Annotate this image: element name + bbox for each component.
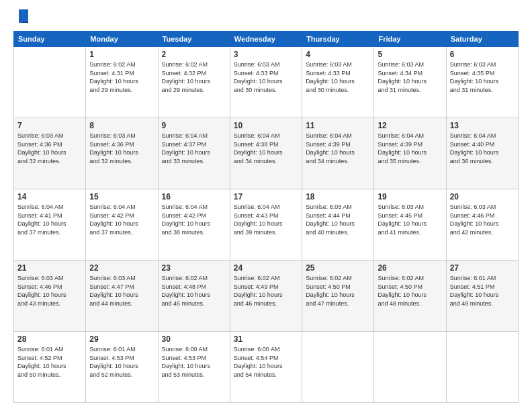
day-number: 30 xyxy=(162,334,226,344)
day-info: Sunrise: 6:01 AMSunset: 4:53 PMDaylight:… xyxy=(89,345,154,379)
day-number: 21 xyxy=(17,263,82,273)
calendar-body: 1Sunrise: 6:02 AMSunset: 4:31 PMDaylight… xyxy=(14,47,519,403)
header-day-sunday: Sunday xyxy=(14,32,86,47)
logo-icon xyxy=(16,8,30,24)
week-row-1: 1Sunrise: 6:02 AMSunset: 4:31 PMDaylight… xyxy=(14,47,519,118)
calendar-cell: 15Sunrise: 6:04 AMSunset: 4:42 PMDayligh… xyxy=(86,189,158,261)
day-info: Sunrise: 6:04 AMSunset: 4:40 PMDaylight:… xyxy=(450,132,515,165)
calendar-cell: 14Sunrise: 6:04 AMSunset: 4:41 PMDayligh… xyxy=(14,189,86,261)
day-number: 17 xyxy=(234,192,298,201)
day-number: 14 xyxy=(17,192,82,201)
calendar-cell: 21Sunrise: 6:03 AMSunset: 4:46 PMDayligh… xyxy=(14,261,86,332)
calendar-cell: 26Sunrise: 6:02 AMSunset: 4:50 PMDayligh… xyxy=(374,261,446,332)
day-info: Sunrise: 6:02 AMSunset: 4:50 PMDaylight:… xyxy=(378,274,442,308)
header-day-tuesday: Tuesday xyxy=(158,32,230,47)
day-number: 28 xyxy=(17,334,82,344)
header-day-friday: Friday xyxy=(374,32,446,47)
day-number: 16 xyxy=(162,192,226,201)
day-number: 20 xyxy=(450,192,515,201)
day-info: Sunrise: 6:01 AMSunset: 4:52 PMDaylight:… xyxy=(17,345,82,379)
day-number: 8 xyxy=(89,121,154,130)
day-number: 3 xyxy=(234,50,298,59)
day-number: 10 xyxy=(234,121,298,130)
day-number: 31 xyxy=(234,334,298,344)
day-info: Sunrise: 6:04 AMSunset: 4:42 PMDaylight:… xyxy=(89,203,154,236)
day-info: Sunrise: 6:03 AMSunset: 4:35 PMDaylight:… xyxy=(450,60,515,94)
calendar-cell: 4Sunrise: 6:03 AMSunset: 4:33 PMDaylight… xyxy=(302,47,374,118)
day-info: Sunrise: 6:01 AMSunset: 4:51 PMDaylight:… xyxy=(450,274,515,308)
calendar-cell: 30Sunrise: 6:00 AMSunset: 4:53 PMDayligh… xyxy=(158,332,230,403)
day-number: 2 xyxy=(162,50,226,59)
day-number: 6 xyxy=(450,50,515,59)
calendar-cell: 22Sunrise: 6:03 AMSunset: 4:47 PMDayligh… xyxy=(86,261,158,332)
calendar-header: SundayMondayTuesdayWednesdayThursdayFrid… xyxy=(14,32,519,47)
day-info: Sunrise: 6:03 AMSunset: 4:46 PMDaylight:… xyxy=(450,203,515,236)
calendar-cell: 20Sunrise: 6:03 AMSunset: 4:46 PMDayligh… xyxy=(446,189,518,261)
day-number: 7 xyxy=(17,121,82,130)
day-info: Sunrise: 6:04 AMSunset: 4:39 PMDaylight:… xyxy=(306,132,370,165)
day-number: 29 xyxy=(89,334,154,344)
logo xyxy=(13,11,30,24)
calendar-cell: 29Sunrise: 6:01 AMSunset: 4:53 PMDayligh… xyxy=(86,332,158,403)
calendar-cell: 12Sunrise: 6:04 AMSunset: 4:39 PMDayligh… xyxy=(374,118,446,189)
calendar-cell: 24Sunrise: 6:02 AMSunset: 4:49 PMDayligh… xyxy=(230,261,302,332)
week-row-3: 14Sunrise: 6:04 AMSunset: 4:41 PMDayligh… xyxy=(14,189,519,261)
calendar-cell: 9Sunrise: 6:04 AMSunset: 4:37 PMDaylight… xyxy=(158,118,230,189)
day-number: 22 xyxy=(89,263,154,273)
day-info: Sunrise: 6:04 AMSunset: 4:43 PMDaylight:… xyxy=(234,203,298,236)
calendar-cell: 28Sunrise: 6:01 AMSunset: 4:52 PMDayligh… xyxy=(14,332,86,403)
day-info: Sunrise: 6:00 AMSunset: 4:53 PMDaylight:… xyxy=(162,345,226,379)
day-info: Sunrise: 6:02 AMSunset: 4:31 PMDaylight:… xyxy=(89,60,154,94)
day-info: Sunrise: 6:02 AMSunset: 4:48 PMDaylight:… xyxy=(162,274,226,308)
calendar-cell: 5Sunrise: 6:03 AMSunset: 4:34 PMDaylight… xyxy=(374,47,446,118)
calendar-cell: 13Sunrise: 6:04 AMSunset: 4:40 PMDayligh… xyxy=(446,118,518,189)
header-day-thursday: Thursday xyxy=(302,32,374,47)
day-number: 1 xyxy=(89,50,154,59)
calendar-table: SundayMondayTuesdayWednesdayThursdayFrid… xyxy=(13,31,519,403)
calendar-cell: 11Sunrise: 6:04 AMSunset: 4:39 PMDayligh… xyxy=(302,118,374,189)
calendar-cell: 18Sunrise: 6:03 AMSunset: 4:44 PMDayligh… xyxy=(302,189,374,261)
header-day-monday: Monday xyxy=(86,32,158,47)
day-number: 9 xyxy=(162,121,226,130)
calendar-cell: 2Sunrise: 6:02 AMSunset: 4:32 PMDaylight… xyxy=(158,47,230,118)
calendar-cell: 31Sunrise: 6:00 AMSunset: 4:54 PMDayligh… xyxy=(230,332,302,403)
header-row: SundayMondayTuesdayWednesdayThursdayFrid… xyxy=(14,32,519,47)
day-info: Sunrise: 6:03 AMSunset: 4:44 PMDaylight:… xyxy=(306,203,370,236)
day-number: 23 xyxy=(162,263,226,273)
header xyxy=(13,11,519,24)
calendar-cell: 6Sunrise: 6:03 AMSunset: 4:35 PMDaylight… xyxy=(446,47,518,118)
day-info: Sunrise: 6:03 AMSunset: 4:47 PMDaylight:… xyxy=(89,274,154,308)
day-info: Sunrise: 6:04 AMSunset: 4:38 PMDaylight:… xyxy=(234,132,298,165)
calendar-cell xyxy=(374,332,446,403)
calendar-cell: 19Sunrise: 6:03 AMSunset: 4:45 PMDayligh… xyxy=(374,189,446,261)
calendar-cell: 8Sunrise: 6:03 AMSunset: 4:36 PMDaylight… xyxy=(86,118,158,189)
day-number: 26 xyxy=(378,263,442,273)
day-number: 27 xyxy=(450,263,515,273)
day-number: 18 xyxy=(306,192,370,201)
calendar-cell: 16Sunrise: 6:04 AMSunset: 4:42 PMDayligh… xyxy=(158,189,230,261)
week-row-5: 28Sunrise: 6:01 AMSunset: 4:52 PMDayligh… xyxy=(14,332,519,403)
day-info: Sunrise: 6:03 AMSunset: 4:45 PMDaylight:… xyxy=(378,203,442,236)
day-number: 5 xyxy=(378,50,442,59)
calendar-cell xyxy=(302,332,374,403)
day-info: Sunrise: 6:02 AMSunset: 4:49 PMDaylight:… xyxy=(234,274,298,308)
day-number: 4 xyxy=(306,50,370,59)
day-info: Sunrise: 6:03 AMSunset: 4:36 PMDaylight:… xyxy=(89,132,154,165)
day-info: Sunrise: 6:03 AMSunset: 4:46 PMDaylight:… xyxy=(17,274,82,308)
calendar-cell: 23Sunrise: 6:02 AMSunset: 4:48 PMDayligh… xyxy=(158,261,230,332)
day-info: Sunrise: 6:03 AMSunset: 4:34 PMDaylight:… xyxy=(378,60,442,94)
calendar-cell: 25Sunrise: 6:02 AMSunset: 4:50 PMDayligh… xyxy=(302,261,374,332)
day-info: Sunrise: 6:02 AMSunset: 4:50 PMDaylight:… xyxy=(306,274,370,308)
day-number: 15 xyxy=(89,192,154,201)
day-info: Sunrise: 6:04 AMSunset: 4:42 PMDaylight:… xyxy=(162,203,226,236)
calendar-page: SundayMondayTuesdayWednesdayThursdayFrid… xyxy=(0,0,532,411)
day-info: Sunrise: 6:03 AMSunset: 4:33 PMDaylight:… xyxy=(234,60,298,94)
day-info: Sunrise: 6:04 AMSunset: 4:39 PMDaylight:… xyxy=(378,132,442,165)
day-number: 24 xyxy=(234,263,298,273)
week-row-2: 7Sunrise: 6:03 AMSunset: 4:36 PMDaylight… xyxy=(14,118,519,189)
day-number: 12 xyxy=(378,121,442,130)
day-number: 13 xyxy=(450,121,515,130)
day-number: 11 xyxy=(306,121,370,130)
day-info: Sunrise: 6:04 AMSunset: 4:41 PMDaylight:… xyxy=(17,203,82,236)
calendar-cell: 10Sunrise: 6:04 AMSunset: 4:38 PMDayligh… xyxy=(230,118,302,189)
